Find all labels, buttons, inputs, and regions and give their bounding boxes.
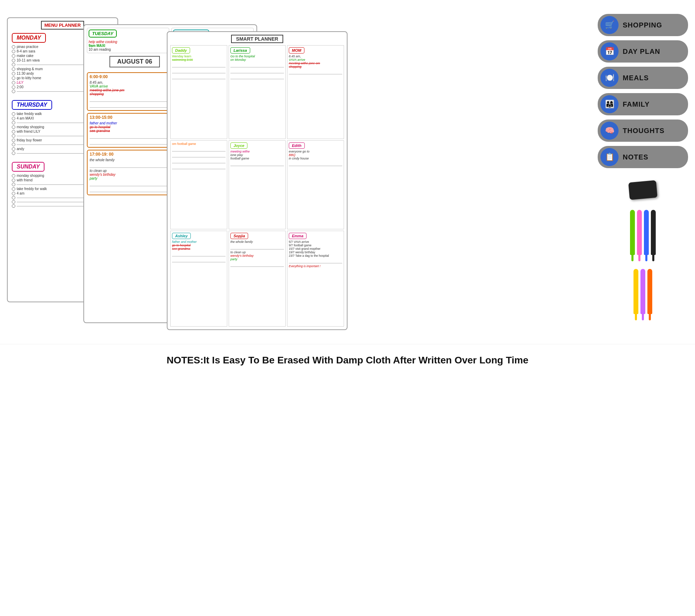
marker-blue-tip <box>645 255 647 261</box>
task-text: take freddy walk <box>17 112 42 116</box>
markers-row-2 <box>598 269 688 320</box>
task-circle <box>12 54 15 58</box>
thoughts-icon: 🧠 <box>600 122 619 140</box>
cell-blank1: om football game <box>170 140 227 229</box>
task-circle <box>12 63 15 66</box>
shopping-icon: 🛒 <box>600 16 619 34</box>
underline <box>172 257 226 262</box>
planners-area: MENU PLANNER MONDAY pinao practice 8-4 a… <box>7 10 591 330</box>
august-header: AUGUST 06 <box>109 56 160 67</box>
ashley-task2: go to hospital <box>172 244 226 247</box>
emma-task5: 23/7 Take a dag to the hospital <box>289 254 342 257</box>
marker-purple-tip <box>642 314 644 320</box>
notes-icon: 📋 <box>600 148 619 166</box>
task-circle <box>12 81 15 84</box>
larissa-label: Larissa <box>230 47 250 54</box>
task-circle <box>12 72 15 75</box>
sopjia-task4: party <box>230 257 284 261</box>
monday-header: MONDAY <box>12 33 46 43</box>
smart-planner-board: SMART PLANNER Daddy Wenday learn swimmin… <box>167 31 348 330</box>
task-circle <box>12 67 15 71</box>
markers-row-1 <box>598 210 688 261</box>
meals-button[interactable]: 🍽️ MEALS <box>598 67 688 89</box>
mom-label: MOM <box>289 47 304 54</box>
task-text: 11:30 andy <box>17 72 34 75</box>
underline <box>172 164 226 169</box>
thoughts-label: THOUGHTS <box>623 127 664 135</box>
sopjia-task1: the whole family <box>230 240 284 244</box>
underline <box>230 245 284 249</box>
emma-task2: 9/7 football game <box>289 244 342 247</box>
larissa-task1: Go to the hospital <box>230 55 284 58</box>
tuesday-task3: 10 am reading <box>89 48 167 51</box>
task-circle <box>12 130 15 133</box>
shopping-label: SHOPPING <box>623 21 662 29</box>
underline <box>172 63 226 67</box>
emma-task3: 15/7 visit grand mopther <box>289 247 342 250</box>
task-circle <box>12 45 15 49</box>
day-plan-button[interactable]: 📅 DAY PLAN <box>598 40 688 63</box>
edith-task2: BBQ <box>289 153 342 157</box>
joyce-task3: football game <box>230 157 284 160</box>
task-circle <box>12 143 15 146</box>
marker-green <box>630 210 635 255</box>
ashley-label: Ashley <box>172 233 191 239</box>
task-circle <box>12 204 15 208</box>
task-circle <box>12 151 15 155</box>
task-circle <box>12 187 15 191</box>
task-circle <box>12 50 15 53</box>
cell-ashley: Ashley father and mother go to hospital … <box>170 231 227 327</box>
task-circle <box>12 76 15 80</box>
task-text: 4 am <box>17 191 24 195</box>
task-circle <box>12 183 15 186</box>
sopjia-task3: wendy's birthday <box>230 254 284 257</box>
day-plan-label: DAY PLAN <box>623 48 660 56</box>
task-circle <box>12 147 15 151</box>
underline <box>289 258 342 263</box>
task-circle <box>12 125 15 129</box>
task-text: 4 am MAXI <box>17 116 34 120</box>
underline <box>230 74 284 79</box>
marker-orange-tip <box>649 314 651 320</box>
task-text: with friend <box>17 178 33 182</box>
task-circle <box>12 85 15 89</box>
cell-mom: MOM 8.45 am, VAVA arrive meeting withe j… <box>287 45 344 139</box>
underline <box>172 252 226 256</box>
ashley-task3: see grandma <box>172 247 226 250</box>
task-circle <box>12 134 15 138</box>
edith-task3: in cindy house <box>289 157 342 160</box>
thursday-header: THURSDAY <box>12 100 52 110</box>
thoughts-button[interactable]: 🧠 THOUGHTS <box>598 120 688 142</box>
family-button[interactable]: 👨‍👩‍👧 FAMILY <box>598 93 688 115</box>
edith-task1: everyone go to <box>289 150 342 153</box>
task-circle <box>12 121 15 124</box>
task-text: monday shopping <box>17 125 44 129</box>
mom-task4: shopping <box>289 65 342 68</box>
task-text: monday shopping <box>17 174 44 178</box>
marker-pink <box>637 210 642 255</box>
task-circle <box>12 196 15 199</box>
marker-orange <box>647 269 652 314</box>
notes-button[interactable]: 📋 NOTES <box>598 146 688 168</box>
underline <box>172 158 226 163</box>
task-text: 10-11 am vava <box>17 58 40 62</box>
notes-label: NOTES <box>623 153 648 161</box>
underline <box>230 161 284 166</box>
eraser <box>628 180 657 200</box>
underline <box>230 262 284 267</box>
task-text: with friend LILY <box>17 130 40 133</box>
underline <box>172 147 226 151</box>
tuesday-task1: help withe cooking <box>89 40 167 44</box>
underline <box>172 153 226 157</box>
task-text: andy <box>17 147 24 151</box>
task-text: shopping & mum <box>17 67 43 71</box>
underline <box>289 69 342 74</box>
marker-blue <box>644 210 649 255</box>
menu-planner-title: MENU PLANNER <box>41 21 84 30</box>
cell-sopjia: Sopjia the whole family to clean up wend… <box>229 231 286 327</box>
shopping-button[interactable]: 🛒 SHOPPING <box>598 14 688 36</box>
joyce-task1: meeting withe <box>230 150 284 153</box>
cell-larissa: Larissa Go to the hospital on Monday <box>229 45 286 139</box>
task-text: take freddy for walk <box>17 187 47 191</box>
meals-icon: 🍽️ <box>600 69 619 87</box>
